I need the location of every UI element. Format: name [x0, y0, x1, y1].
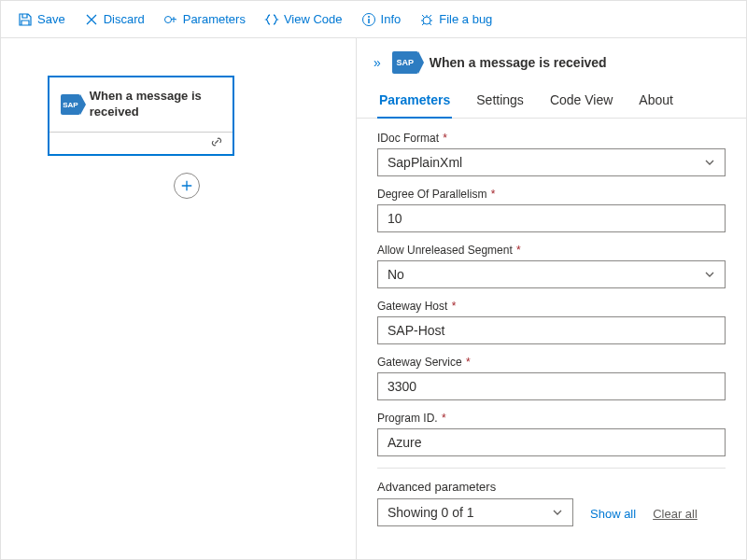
program-id-label-text: Program ID. — [377, 412, 438, 425]
advanced-row: Showing 0 of 1 Show all Clear all — [377, 498, 726, 526]
parameters-icon — [163, 12, 178, 27]
parallelism-label-text: Degree Of Parallelism — [377, 188, 486, 201]
field-gateway-host: Gateway Host * — [377, 300, 726, 344]
plus-icon — [180, 179, 193, 192]
discard-icon — [84, 12, 99, 27]
parallelism-label: Degree Of Parallelism * — [377, 188, 726, 201]
view-code-icon — [264, 12, 279, 27]
parameters-form: IDoc Format * SapPlainXml Degree Of Para… — [357, 119, 746, 536]
trigger-title: When a message is received — [90, 89, 221, 120]
sap-icon: SAP — [61, 94, 80, 115]
allow-unreleased-label-text: Allow Unreleased Segment — [377, 244, 513, 257]
required-marker: * — [487, 188, 495, 201]
gateway-service-input[interactable] — [377, 372, 726, 400]
trigger-card-bottom — [49, 132, 233, 154]
idoc-format-label: IDoc Format * — [377, 132, 726, 145]
field-idoc-format: IDoc Format * SapPlainXml — [377, 132, 726, 176]
required-marker: * — [514, 244, 521, 257]
allow-unreleased-select[interactable]: No — [377, 260, 726, 288]
panel-title: When a message is received — [430, 55, 607, 70]
required-marker: * — [439, 412, 446, 425]
parallelism-input[interactable] — [377, 204, 726, 232]
panel-sap-text: SAP — [397, 58, 415, 67]
sap-icon-text: SAP — [63, 101, 78, 109]
trigger-card[interactable]: SAP When a message is received — [48, 76, 234, 156]
info-label: Info — [381, 12, 402, 26]
parameters-label: Parameters — [183, 12, 246, 26]
view-code-button[interactable]: View Code — [257, 8, 350, 31]
chevron-down-icon — [704, 157, 715, 168]
discard-button[interactable]: Discard — [77, 8, 152, 31]
allow-unreleased-label: Allow Unreleased Segment * — [377, 244, 726, 257]
program-id-label: Program ID. * — [377, 412, 726, 425]
field-gateway-service: Gateway Service * — [377, 356, 726, 400]
link-icon[interactable] — [210, 135, 223, 151]
tab-parameters[interactable]: Parameters — [377, 87, 452, 119]
show-all-link[interactable]: Show all — [590, 507, 636, 526]
advanced-select[interactable]: Showing 0 of 1 — [377, 498, 573, 526]
file-bug-button[interactable]: File a bug — [412, 8, 500, 31]
svg-point-3 — [423, 17, 430, 24]
gateway-service-label-text: Gateway Service — [377, 356, 462, 369]
svg-point-0 — [164, 16, 171, 22]
chevron-down-icon — [704, 269, 715, 280]
clear-all-link[interactable]: Clear all — [653, 507, 698, 526]
save-button[interactable]: Save — [10, 8, 73, 31]
advanced-section: Advanced parameters Showing 0 of 1 Show … — [377, 468, 726, 526]
view-code-label: View Code — [284, 12, 343, 26]
tab-about[interactable]: About — [637, 87, 675, 118]
gateway-host-label-text: Gateway Host — [377, 300, 447, 313]
field-allow-unreleased: Allow Unreleased Segment * No — [377, 244, 726, 288]
info-icon — [361, 12, 376, 27]
panel-header: » SAP When a message is received — [357, 38, 746, 74]
tab-code-view[interactable]: Code View — [548, 87, 614, 118]
svg-point-2 — [368, 16, 370, 18]
collapse-icon[interactable]: » — [374, 55, 381, 70]
advanced-value: Showing 0 of 1 — [388, 505, 474, 520]
bug-icon — [419, 12, 434, 27]
parameters-button[interactable]: Parameters — [156, 8, 253, 31]
discard-label: Discard — [104, 12, 145, 26]
trigger-card-top: SAP When a message is received — [49, 77, 233, 132]
tab-settings[interactable]: Settings — [474, 87, 526, 118]
main: SAP When a message is received » SAP Whe… — [1, 38, 746, 559]
required-marker: * — [463, 356, 471, 369]
required-marker: * — [448, 300, 456, 313]
idoc-format-select[interactable]: SapPlainXml — [377, 148, 726, 176]
required-marker: * — [440, 132, 447, 145]
bug-label: File a bug — [439, 12, 492, 26]
idoc-format-label-text: IDoc Format — [377, 132, 439, 145]
save-label: Save — [37, 12, 65, 26]
tabs: Parameters Settings Code View About — [357, 74, 746, 119]
allow-unreleased-value: No — [388, 267, 404, 282]
chevron-down-icon — [552, 507, 563, 518]
details-panel: » SAP When a message is received Paramet… — [356, 38, 746, 559]
panel-sap-icon: SAP — [392, 51, 418, 74]
field-program-id: Program ID. * — [377, 412, 726, 456]
gateway-host-label: Gateway Host * — [377, 300, 726, 313]
field-parallelism: Degree Of Parallelism * — [377, 188, 726, 232]
idoc-format-value: SapPlainXml — [388, 155, 462, 170]
advanced-label: Advanced parameters — [377, 480, 726, 494]
toolbar: Save Discard Parameters View Code Info F… — [1, 1, 746, 38]
gateway-host-input[interactable] — [377, 316, 726, 344]
program-id-input[interactable] — [377, 428, 726, 456]
info-button[interactable]: Info — [354, 8, 409, 31]
save-icon — [18, 12, 33, 27]
add-step-button[interactable] — [174, 173, 200, 199]
canvas: SAP When a message is received — [1, 38, 356, 559]
gateway-service-label: Gateway Service * — [377, 356, 726, 369]
